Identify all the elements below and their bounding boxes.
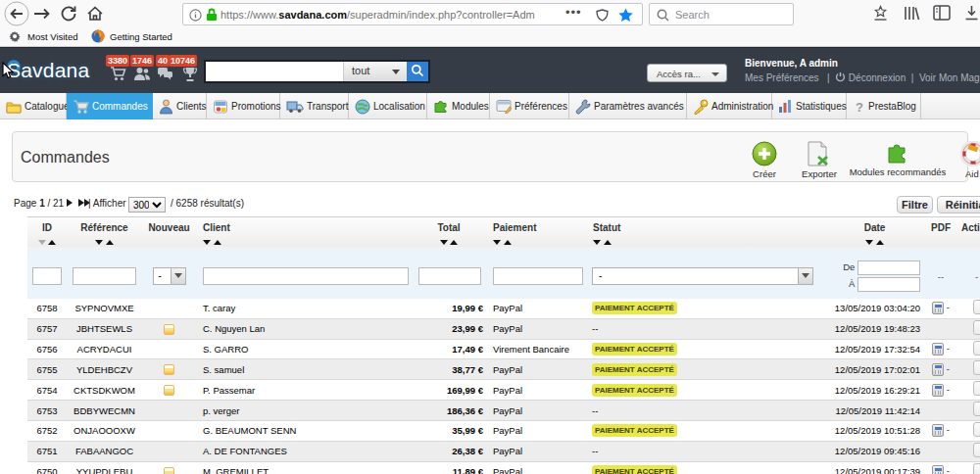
svg-text:?: ?: [856, 100, 863, 114]
